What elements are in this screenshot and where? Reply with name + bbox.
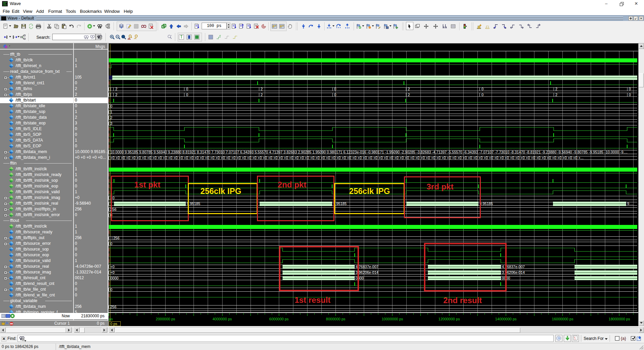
svg-text:ps: ps — [109, 317, 113, 321]
svg-text:9.95185: 9.95185 — [479, 202, 493, 206]
svg-text:0: 0 — [186, 87, 188, 91]
svg-text:1st result: 1st result — [295, 295, 331, 304]
svg-text:0: 0 — [110, 104, 112, 108]
svg-text:4000000 ps: 4000000 ps — [212, 317, 232, 321]
svg-text:2: 2 — [408, 93, 410, 97]
svg-text:1: 1 — [110, 110, 112, 114]
svg-text:9....: 9.... — [627, 202, 633, 206]
svg-text:2: 2 — [110, 116, 112, 120]
svg-text:3: 3 — [110, 121, 112, 125]
svg-text:8000000 ps: 8000000 ps — [326, 317, 346, 321]
svg-text:12000000 ps: 12000000 ps — [438, 317, 460, 321]
svg-text:2: 2 — [115, 93, 117, 97]
svg-text:6000000 ps: 6000000 ps — [269, 317, 289, 321]
svg-text:18000000 ps: 18000000 ps — [609, 317, 630, 321]
svg-text:4.76837e-007: 4.76837e-007 — [356, 265, 379, 269]
svg-text:3rd pkt: 3rd pkt — [427, 182, 453, 191]
svg-text:256: 256 — [113, 236, 119, 240]
svg-text:2: 2 — [555, 93, 557, 97]
svg-text:+0 +0 +0 +0 +0 +0 +0 +0 +0 +0: +0 +0 +0 +0 +0 +0 +0 +0 +0 +0 +0 +0 +0 +… — [110, 156, 584, 160]
svg-text:0: 0 — [481, 87, 484, 91]
svg-text:0: 0 — [186, 93, 188, 97]
svg-text:2: 2 — [261, 87, 263, 91]
svg-text:2: 2 — [261, 93, 263, 97]
svg-text:0: 0 — [110, 288, 112, 292]
svg-text:+0: +0 — [110, 196, 115, 200]
svg-text:2: 2 — [408, 87, 410, 91]
svg-text:14000000 ps: 14000000 ps — [495, 317, 517, 321]
svg-text:10.0000 9.95185 9.80785 9.5694: 10.0000 9.95185 9.80785 9.56940 9.23880 … — [110, 150, 627, 154]
svg-text:0000: 0000 — [356, 276, 364, 280]
svg-text:2000000 ps: 2000000 ps — [156, 317, 175, 321]
svg-text:2nd pkt: 2nd pkt — [277, 180, 306, 189]
svg-text:2: 2 — [115, 87, 117, 91]
svg-text:256clk IPG: 256clk IPG — [349, 186, 390, 196]
svg-text:0: 0 — [629, 93, 631, 97]
svg-text:0 ps: 0 ps — [110, 322, 117, 326]
svg-text:0000: 0000 — [110, 276, 118, 280]
svg-text:256clk IPG: 256clk IPG — [200, 186, 241, 196]
svg-text:2nd result: 2nd result — [443, 296, 482, 305]
svg-text:1st pkt: 1st pkt — [134, 180, 160, 189]
svg-text:0: 0 — [334, 87, 336, 91]
svg-text:0: 0 — [334, 93, 336, 97]
svg-text:256: 256 — [110, 305, 116, 309]
svg-text:3.96206e-014: 3.96206e-014 — [356, 270, 379, 274]
svg-text:0: 0 — [110, 242, 112, 246]
svg-text:+0: +0 — [110, 265, 115, 269]
svg-text:+0: +0 — [110, 270, 115, 274]
svg-text:0: 0 — [481, 93, 484, 97]
svg-text:10000000 ps: 10000000 ps — [382, 317, 403, 321]
svg-text:2: 2 — [555, 87, 557, 91]
svg-text:16000000 ps: 16000000 ps — [552, 317, 574, 321]
svg-text:0: 0 — [629, 87, 631, 91]
